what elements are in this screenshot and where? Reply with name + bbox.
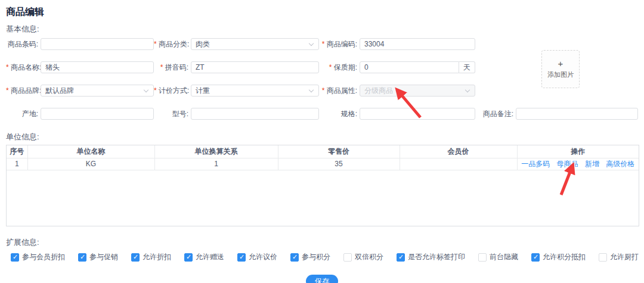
- shelf-life-unit-suffix: 天: [459, 61, 475, 73]
- pricing-method-select[interactable]: 计重: [191, 85, 319, 97]
- product-name-input[interactable]: [41, 61, 154, 73]
- checkbox-allow-discount[interactable]: 允许折扣: [131, 252, 171, 262]
- brand-select-value: 默认品牌: [45, 86, 74, 95]
- cell-conversion: 1: [154, 158, 278, 170]
- shelf-life-label: 保质期:: [319, 63, 360, 73]
- section-unit-info: 单位信息:: [6, 132, 644, 142]
- pricing-method-select-value: 计重: [196, 86, 210, 95]
- chevron-down-icon: [144, 88, 148, 92]
- checkbox-label: 参与会员折扣: [22, 252, 65, 262]
- footer: 保存: [6, 275, 638, 283]
- checkbox-label: 允许折扣: [143, 252, 171, 262]
- add-image-label: 添加图片: [547, 70, 574, 79]
- brand-select[interactable]: 默认品牌: [41, 85, 154, 97]
- brand-label: 商品品牌:: [6, 86, 41, 96]
- checkbox[interactable]: [343, 253, 352, 262]
- chevron-down-icon: [465, 88, 470, 92]
- checkbox[interactable]: [290, 253, 299, 262]
- chevron-down-icon: [309, 41, 314, 46]
- product-code-label: 商品编码:: [319, 39, 360, 49]
- checkbox[interactable]: [531, 253, 540, 262]
- checkbox-allow-gift[interactable]: 允许赠送: [184, 252, 224, 262]
- checkbox-hide-frontend[interactable]: 前台隐藏: [478, 252, 518, 262]
- spec-input[interactable]: [360, 108, 475, 120]
- checkbox-kitchen-print[interactable]: 允许厨打: [599, 252, 639, 262]
- barcode-label: 商品条码:: [6, 39, 41, 49]
- product-attribute-label: 商品属性:: [319, 86, 360, 96]
- shelf-life-group: 天: [360, 61, 475, 73]
- page-title: 商品编辑: [6, 6, 644, 18]
- unit-table: 序号 单位名称 单位换算关系 零售价 会员价 操作 1 KG 1 35 一品多码: [6, 145, 639, 226]
- category-label: 商品分类:: [154, 39, 191, 49]
- extended-checkbox-row: 参与会员折扣 参与促销 允许折扣 允许赠送 允许议价 参与积分 双倍积分 是否允…: [11, 252, 644, 262]
- chevron-down-icon: [309, 88, 314, 92]
- col-retail-price: 零售价: [278, 145, 400, 158]
- barcode-input[interactable]: [41, 38, 154, 50]
- col-seq: 序号: [7, 145, 27, 158]
- col-member-price: 会员价: [400, 145, 517, 158]
- cell-seq: 1: [7, 158, 27, 170]
- checkbox[interactable]: [184, 253, 193, 262]
- product-code-input[interactable]: [360, 38, 475, 50]
- product-edit-page: 商品编辑 基本信息: 商品条码: 商品分类: 肉类 商品编码: 商品名称: 拼音…: [0, 0, 644, 283]
- checkbox[interactable]: [237, 253, 246, 262]
- col-conversion: 单位换算关系: [154, 145, 278, 158]
- section-extended-info: 扩展信息:: [6, 237, 644, 248]
- category-select[interactable]: 肉类: [191, 38, 319, 50]
- checkbox-points[interactable]: 参与积分: [290, 252, 330, 262]
- link-multi-barcode[interactable]: 一品多码: [521, 160, 550, 168]
- model-label: 型号:: [154, 109, 191, 119]
- pricing-method-label: 计价方式:: [154, 86, 191, 96]
- checkbox-points-deduction[interactable]: 允许积分抵扣: [531, 252, 586, 262]
- checkbox-label: 允许厨打: [610, 252, 639, 262]
- checkbox-member-discount[interactable]: 参与会员折扣: [11, 252, 65, 262]
- checkbox-label: 允许积分抵扣: [543, 252, 586, 262]
- model-input[interactable]: [191, 108, 319, 120]
- origin-input[interactable]: [41, 108, 154, 120]
- link-add-unit[interactable]: 新增: [585, 160, 599, 168]
- checkbox[interactable]: [478, 253, 487, 262]
- checkbox-label: 是否允许标签打印: [408, 252, 465, 262]
- col-unit-name: 单位名称: [27, 145, 154, 158]
- checkbox-label: 前台隐藏: [490, 252, 518, 262]
- unit-table-header-row: 序号 单位名称 单位换算关系 零售价 会员价 操作: [7, 145, 639, 158]
- basic-info-form: 商品条码: 商品分类: 肉类 商品编码: 商品名称: 拼音码: 保质期: 天 商…: [6, 38, 638, 120]
- checkbox[interactable]: [131, 253, 140, 262]
- product-name-label: 商品名称:: [6, 63, 41, 73]
- checkbox[interactable]: [599, 253, 607, 262]
- product-attribute-select: 分级商品: [360, 85, 475, 97]
- category-select-value: 肉类: [196, 40, 210, 48]
- section-basic-info: 基本信息:: [6, 24, 644, 35]
- spec-label: 规格:: [319, 109, 360, 119]
- checkbox-allow-bargain[interactable]: 允许议价: [237, 252, 277, 262]
- pinyin-code-label: 拼音码:: [154, 63, 191, 73]
- cell-retail-price: 35: [278, 158, 400, 170]
- checkbox[interactable]: [11, 253, 19, 262]
- link-advanced-price[interactable]: 高级价格: [606, 160, 634, 168]
- checkbox[interactable]: [397, 253, 405, 262]
- checkbox-label: 允许赠送: [196, 252, 224, 262]
- checkbox-promotion[interactable]: 参与促销: [78, 252, 118, 262]
- checkbox[interactable]: [78, 253, 86, 262]
- checkbox-label-print[interactable]: 是否允许标签打印: [397, 252, 465, 262]
- checkbox-double-points[interactable]: 双倍积分: [343, 252, 383, 262]
- cell-unit-name: KG: [27, 158, 154, 170]
- remark-input[interactable]: [516, 108, 638, 120]
- checkbox-label: 参与促销: [89, 252, 118, 262]
- shelf-life-input[interactable]: [360, 61, 459, 73]
- pinyin-code-input[interactable]: [191, 61, 319, 73]
- save-button[interactable]: 保存: [306, 275, 338, 283]
- col-actions: 操作: [517, 145, 639, 158]
- cell-member-price: [400, 158, 517, 170]
- plus-icon: +: [558, 59, 564, 69]
- add-image-button[interactable]: + 添加图片: [541, 50, 580, 88]
- checkbox-label: 参与积分: [302, 252, 330, 262]
- checkbox-label: 双倍积分: [355, 252, 383, 262]
- checkbox-label: 允许议价: [249, 252, 277, 262]
- origin-label: 产地:: [6, 109, 41, 119]
- remark-label: 商品备注:: [475, 109, 516, 119]
- link-parent-product[interactable]: 母商品: [557, 160, 578, 168]
- product-attribute-select-value: 分级商品: [364, 86, 393, 95]
- cell-actions: 一品多码 母商品 新增 高级价格: [517, 158, 639, 170]
- table-row: 1 KG 1 35 一品多码 母商品 新增 高级价格: [7, 158, 639, 170]
